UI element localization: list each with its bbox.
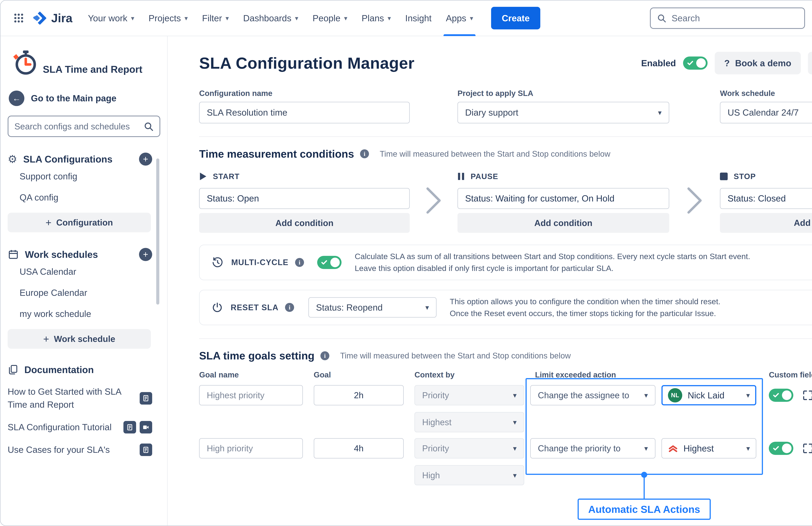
add-configuration-button[interactable]: + Configuration (8, 213, 151, 232)
chevron-down-icon: ▾ (508, 391, 517, 399)
add-configuration-plus-icon[interactable]: + (139, 152, 152, 166)
calendar-icon (8, 249, 19, 260)
nav-projects[interactable]: Projects▾ (142, 0, 195, 36)
chevron-down-icon: ▾ (639, 444, 648, 452)
topnav-right: 9+ ? ⚙ (650, 8, 812, 29)
assignee-select[interactable]: NL Nick Laid ▾ (662, 385, 756, 405)
stop-condition-value[interactable]: Status: Closed (720, 188, 812, 209)
chevron-down-icon: ▾ (131, 14, 134, 22)
goal-subrow: Highest▾ (415, 412, 812, 432)
section-documentation: Documentation (8, 364, 152, 375)
chevron-down-icon: ▾ (421, 303, 429, 311)
global-search[interactable] (650, 8, 805, 29)
goal-name-input[interactable] (199, 385, 303, 405)
article-badge-icon (140, 443, 152, 456)
context-field-select[interactable]: Priority▾ (415, 438, 524, 458)
goals-header: SLA time goals setting i Time will measu… (199, 350, 812, 362)
setup-wizard-button[interactable]: Setup Wizard (808, 52, 812, 74)
pause-condition-value[interactable]: Status: Waiting for customer, On Hold (458, 188, 669, 209)
back-to-main-button[interactable]: ← Go to the Main page (9, 91, 116, 106)
stop-label: STOP (734, 172, 756, 181)
documentation-icon (8, 364, 18, 375)
limit-action-header: Limit exceeded action (530, 370, 756, 379)
goals-table-headers: Goal name Goal Context by Limit exceeded… (199, 370, 812, 379)
custom-field-toggle[interactable] (769, 442, 793, 455)
info-icon[interactable]: i (285, 303, 294, 312)
nav-apps[interactable]: Apps▾ (439, 0, 480, 36)
sla-goals-section: SLA time goals setting i Time will measu… (199, 350, 812, 503)
user-avatar: NL (668, 388, 682, 403)
multi-cycle-box: MULTI-CYCLE i Calculate SLA as sum of al… (199, 245, 812, 280)
app-switcher-button[interactable] (11, 11, 26, 26)
info-icon[interactable]: i (320, 351, 329, 360)
time-conditions-hint: Time will measured between the Start and… (380, 149, 610, 159)
expand-icon (802, 390, 812, 401)
sidebar-item-qa-config[interactable]: QA config (20, 187, 167, 208)
limit-action-select[interactable]: Change the priority to▾ (530, 438, 655, 458)
conditions-row: START Status: Open Add condition PAUSE S… (199, 172, 812, 233)
context-value-select[interactable]: High▾ (415, 465, 524, 485)
global-search-input[interactable] (671, 13, 798, 24)
create-button[interactable]: Create (491, 7, 540, 30)
doc-item-getting-started[interactable]: How to Get Started with SLA Time and Rep… (8, 385, 152, 411)
project-select[interactable]: Diary support ▾ (458, 102, 669, 123)
nav-people[interactable]: People▾ (305, 0, 354, 36)
context-value-select[interactable]: Highest▾ (415, 412, 524, 432)
goal-value-input[interactable] (314, 385, 404, 405)
config-name-label: Configuration name (199, 89, 410, 98)
pause-add-condition-button[interactable]: Add condition (458, 213, 669, 233)
expand-button[interactable] (802, 443, 812, 454)
chevron-down-icon: ▾ (508, 418, 517, 426)
chevron-down-icon: ▾ (741, 444, 750, 452)
doc-item-use-cases[interactable]: Use Cases for your SLA's (8, 443, 152, 456)
start-add-condition-button[interactable]: Add condition (199, 213, 410, 233)
plus-icon: + (43, 333, 49, 345)
nav-plans[interactable]: Plans▾ (354, 0, 398, 36)
reset-sla-box: RESET SLA i Status: Reopend ▾ This optio… (199, 290, 812, 325)
expand-button[interactable] (802, 390, 812, 401)
nav-dashboards[interactable]: Dashboards▾ (236, 0, 305, 36)
app-title: SLA Time and Report (43, 64, 142, 76)
context-by-header: Context by (415, 370, 524, 379)
custom-field-toggle[interactable] (769, 389, 793, 402)
sidebar-item-support-config[interactable]: Support config (20, 165, 167, 187)
sidebar-item-europe-calendar[interactable]: Europe Calendar (20, 282, 167, 303)
enabled-toggle[interactable] (683, 57, 708, 70)
nav-your-work[interactable]: Your work▾ (81, 0, 141, 36)
jira-logo[interactable]: Jira (32, 10, 72, 26)
app-window: Jira Your work▾ Projects▾ Filter▾ Dashbo… (0, 0, 812, 526)
book-demo-button[interactable]: ? Book a demo (715, 52, 801, 74)
add-work-schedule-button[interactable]: + Work schedule (8, 329, 151, 349)
search-icon (143, 121, 154, 131)
sidebar-search[interactable] (8, 116, 160, 137)
doc-item-configuration-tutorial[interactable]: SLA Configuration Tutorial (8, 421, 152, 434)
sidebar-search-input[interactable] (14, 121, 144, 131)
multi-cycle-toggle[interactable] (317, 256, 342, 269)
config-name-input[interactable] (199, 102, 410, 123)
sidebar-item-usa-calendar[interactable]: USA Calendar (20, 261, 167, 282)
nav-filter[interactable]: Filter▾ (195, 0, 236, 36)
question-icon: ? (724, 58, 730, 68)
article-badge-icon (124, 421, 136, 434)
nav-insight[interactable]: Insight (398, 0, 439, 36)
stop-add-condition-button[interactable]: Add condition (720, 213, 812, 233)
limit-action-select[interactable]: Change the assignee to▾ (530, 385, 655, 405)
sidebar-scrollbar[interactable] (156, 159, 159, 305)
work-schedule-select[interactable]: US Calendar 24/7 ▾ (720, 102, 812, 123)
reset-status-select[interactable]: Status: Reopend ▾ (308, 297, 437, 318)
section-sla-configurations: ⚙ SLA Configurations + (8, 152, 152, 166)
start-condition-value[interactable]: Status: Open (199, 188, 410, 209)
goal-name-input[interactable] (199, 438, 303, 458)
chevron-down-icon: ▾ (508, 444, 517, 452)
goal-value-input[interactable] (314, 438, 404, 458)
info-icon[interactable]: i (295, 258, 304, 267)
sidebar-item-my-work-schedule[interactable]: my work schedule (20, 303, 167, 324)
time-conditions-title: Time measurement conditions (199, 148, 354, 160)
info-icon[interactable]: i (360, 149, 369, 158)
custom-field-cell (769, 438, 812, 458)
priority-select[interactable]: Highest ▾ (662, 438, 756, 458)
check-icon (687, 60, 693, 66)
context-field-select[interactable]: Priority▾ (415, 385, 524, 405)
goal-name-header: Goal name (199, 370, 303, 379)
add-schedule-plus-icon[interactable]: + (139, 248, 152, 261)
